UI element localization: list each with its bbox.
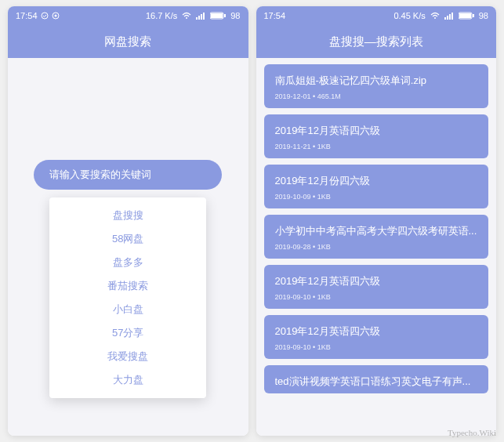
result-meta: 2019-10-09 • 1KB [275, 193, 478, 201]
battery-icon [459, 12, 474, 20]
result-title: 2019年12月英语四六级 [275, 274, 478, 288]
result-meta: 2019-09-10 • 1KB [275, 343, 478, 351]
result-title: 小学初中中考高中高考大学四六级考研英语... [275, 224, 478, 238]
sync-icon [52, 12, 60, 20]
svg-rect-6 [201, 14, 202, 20]
dropdown-item[interactable]: 盘搜搜 [49, 204, 206, 227]
svg-point-2 [54, 15, 56, 17]
result-item[interactable]: 2019年12月英语四六级 2019-11-21 • 1KB [264, 114, 489, 158]
watermark: Typecho.Wiki [448, 428, 496, 437]
header-title: 盘搜搜—搜索列表 [329, 34, 423, 49]
status-netspeed: 0.45 K/s [393, 11, 425, 20]
dropdown-item[interactable]: 我爱搜盘 [49, 345, 206, 368]
phone-right: 17:54 0.45 K/s 98 盘搜搜—搜索列表 南瓜姐姐-极速记忆四六级单… [256, 6, 497, 436]
svg-rect-17 [459, 13, 471, 18]
status-time: 17:54 [264, 11, 286, 20]
svg-point-3 [186, 17, 187, 19]
search-input[interactable]: 请输入要搜索的关键词 [34, 160, 222, 190]
signal-icon [196, 12, 205, 20]
result-meta: 2019-11-21 • 1KB [275, 143, 478, 150]
status-bar: 17:54 16.7 K/s 98 [8, 6, 248, 25]
result-item[interactable]: 小学初中中考高中高考大学四六级考研英语... 2019-09-28 • 1KB [264, 215, 489, 259]
status-netspeed: 16.7 K/s [146, 11, 177, 20]
wifi-icon [182, 12, 191, 20]
result-item[interactable]: 2019年12月英语四六级 2019-09-10 • 1KB [264, 265, 489, 309]
status-battery-pct: 98 [479, 11, 488, 20]
status-battery-pct: 98 [230, 11, 240, 20]
svg-rect-12 [444, 17, 446, 20]
source-dropdown: 盘搜搜 58网盘 盘多多 番茄搜索 小白盘 57分享 我爱搜盘 大力盘 [49, 197, 206, 398]
status-bar: 17:54 0.45 K/s 98 [256, 6, 497, 25]
svg-rect-14 [449, 14, 451, 20]
search-content: 请输入要搜索的关键词 盘搜搜 58网盘 盘多多 番茄搜索 小白盘 57分享 我爱… [8, 58, 248, 436]
svg-rect-9 [211, 13, 223, 18]
result-item[interactable]: 2019年12月份四六级 2019-10-09 • 1KB [264, 165, 489, 208]
header-title: 网盘搜索 [104, 34, 151, 49]
app-header: 网盘搜索 [8, 25, 248, 58]
dropdown-item[interactable]: 小白盘 [49, 298, 206, 321]
results-content: 南瓜姐姐-极速记忆四六级单词.zip 2019-12-01 • 465.1M 2… [256, 58, 497, 436]
phone-left: 17:54 16.7 K/s 98 网盘搜索 [8, 6, 248, 436]
check-circle-icon [41, 12, 49, 20]
wifi-icon [430, 12, 440, 20]
result-meta: 2019-12-01 • 465.1M [275, 92, 478, 100]
svg-rect-5 [198, 16, 200, 20]
svg-rect-7 [203, 13, 205, 20]
result-title: 南瓜姐姐-极速记忆四六级单词.zip [275, 74, 478, 88]
svg-rect-13 [447, 16, 448, 20]
result-title: 2019年12月英语四六级 [275, 324, 478, 339]
svg-point-0 [42, 13, 48, 19]
result-title: ted演讲视频学英语口语练习英文电子有声... [275, 375, 478, 389]
app-header: 盘搜搜—搜索列表 [256, 25, 497, 58]
svg-rect-18 [473, 14, 474, 17]
status-time: 17:54 [16, 11, 38, 20]
result-meta: 2019-09-28 • 1KB [275, 243, 478, 251]
svg-point-11 [434, 17, 436, 19]
signal-icon [444, 12, 454, 20]
result-item[interactable]: 南瓜姐姐-极速记忆四六级单词.zip 2019-12-01 • 465.1M [264, 64, 489, 108]
result-item[interactable]: ted演讲视频学英语口语练习英文电子有声... [264, 365, 489, 393]
svg-rect-10 [224, 14, 226, 17]
battery-icon [210, 12, 226, 20]
svg-rect-4 [196, 17, 198, 20]
search-placeholder: 请输入要搜索的关键词 [49, 168, 151, 182]
dropdown-item[interactable]: 大力盘 [49, 368, 206, 392]
dropdown-item[interactable]: 58网盘 [49, 227, 206, 251]
dropdown-item[interactable]: 57分享 [49, 321, 206, 345]
result-title: 2019年12月英语四六级 [275, 124, 478, 138]
dropdown-item[interactable]: 盘多多 [49, 251, 206, 274]
result-item[interactable]: 2019年12月英语四六级 2019-09-10 • 1KB [264, 315, 489, 359]
svg-rect-15 [451, 13, 453, 20]
result-title: 2019年12月份四六级 [275, 174, 478, 188]
dropdown-item[interactable]: 番茄搜索 [49, 274, 206, 298]
result-meta: 2019-09-10 • 1KB [275, 293, 478, 301]
